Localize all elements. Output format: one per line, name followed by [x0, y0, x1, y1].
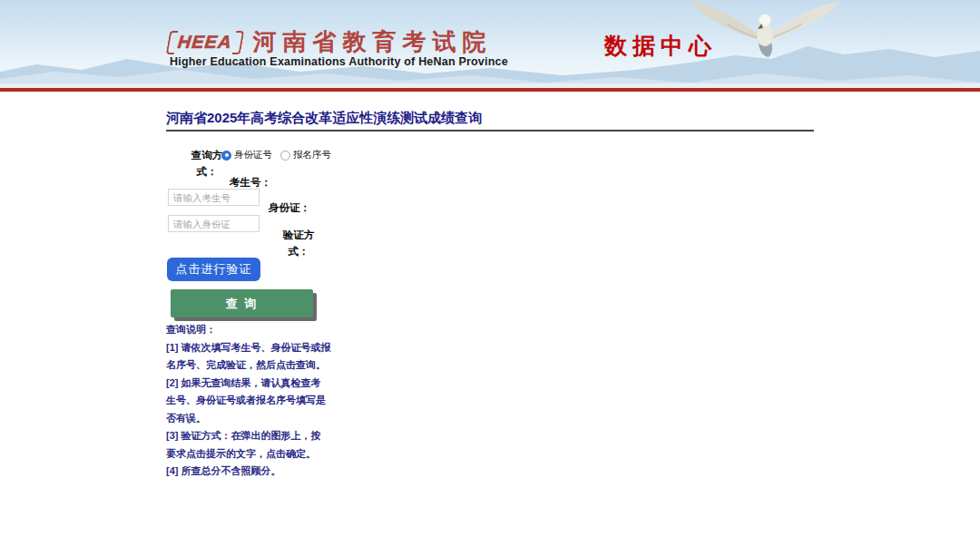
query-instructions: 查询说明： [1] 请依次填写考生号、身份证号或报 名序号、完成验证，然后点击查…: [166, 321, 331, 481]
main-content: 河南省2025年高考综合改革适应性演练测试成绩查询 查询方式： 身份证号 报名序…: [0, 92, 980, 546]
org-name-en: Higher Education Examinations Authority …: [170, 55, 508, 68]
eagle-icon: [688, 0, 842, 58]
verify-button[interactable]: 点击进行验证: [167, 258, 260, 281]
instructions-title: 查询说明：: [166, 321, 331, 339]
radio-dot: [225, 153, 229, 157]
instruction-line: [2] 如果无查询结果，请认真检查考: [166, 375, 331, 393]
site-header: HEEA 河南省教育考试院 Higher Education Examinati…: [0, 0, 980, 88]
id-card-input[interactable]: [168, 215, 260, 232]
radio-selected-icon[interactable]: [221, 151, 231, 161]
radio-unselected-icon[interactable]: [280, 151, 290, 161]
instruction-line: [4] 所查总分不含照顾分。: [166, 463, 331, 481]
query-button[interactable]: 查 询: [171, 289, 313, 317]
verify-method-label: 验证方式：: [278, 227, 319, 259]
org-name-cn: 河南省教育考试院: [253, 26, 493, 58]
instruction-line: 要求点击提示的文字，点击确定。: [166, 445, 331, 463]
logo-mark-text: HEEA: [175, 32, 235, 53]
score-query-form: 查询方式： 身份证号 报名序号 考生号： 身份证： 验证方式： 点击进行验证 查…: [166, 145, 547, 508]
radio-id-card-number[interactable]: 身份证号: [221, 149, 272, 161]
radio-id-card-label[interactable]: 身份证号: [234, 149, 272, 161]
exam-number-input[interactable]: [168, 189, 260, 206]
instruction-line: 生号、身份证号或者报名序号填写是: [166, 392, 331, 410]
instruction-line: [1] 请依次填写考生号、身份证号或报: [166, 339, 331, 357]
site-logo: HEEA 河南省教育考试院: [168, 26, 493, 58]
radio-registration-number[interactable]: 报名序号: [280, 149, 331, 161]
radio-registration-label[interactable]: 报名序号: [293, 149, 331, 161]
query-method-radio-group: 身份证号 报名序号: [221, 149, 331, 161]
instruction-line: 否有误。: [166, 410, 331, 428]
heea-logo-mark: HEEA: [168, 31, 242, 54]
title-rule: [166, 130, 814, 132]
instruction-line: 名序号、完成验证，然后点击查询。: [166, 356, 331, 375]
page-title: 河南省2025年高考综合改革适应性演练测试成绩查询: [166, 110, 482, 127]
id-card-label: 身份证：: [269, 200, 310, 216]
instruction-line: [3] 验证方式：在弹出的图形上，按: [166, 427, 331, 445]
